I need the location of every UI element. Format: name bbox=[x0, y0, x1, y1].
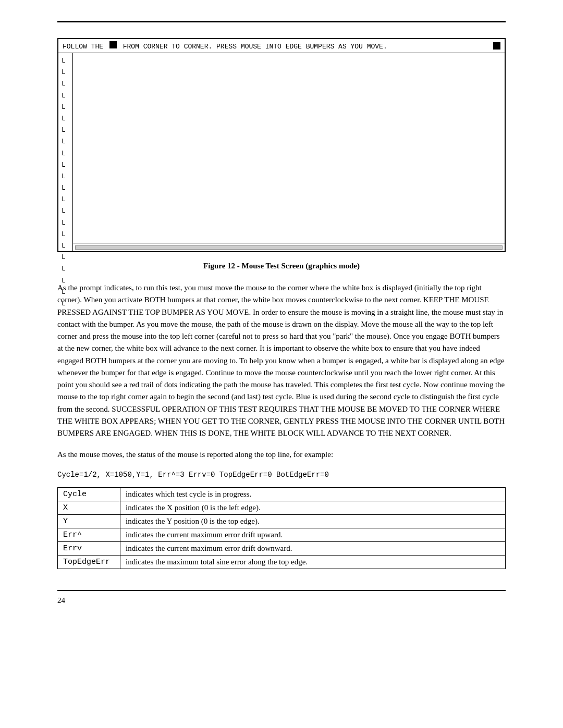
l-column: LLLLLLLLLLLLLLLLLLLLLL bbox=[58, 53, 73, 251]
term-cell: Errv bbox=[58, 541, 120, 555]
definitions-table: Cycleindicates which test cycle is in pr… bbox=[57, 487, 506, 569]
table-row: Errvindicates the current maximum error … bbox=[58, 541, 506, 555]
body-paragraph: As the prompt indicates, to run this tes… bbox=[57, 282, 506, 439]
l-item: L bbox=[58, 55, 72, 67]
definition-cell: indicates the current maximum error drif… bbox=[120, 541, 506, 555]
figure-caption: Figure 12 - Mouse Test Screen (graphics … bbox=[57, 262, 506, 270]
l-item: L bbox=[58, 194, 72, 205]
l-item: L bbox=[58, 113, 72, 125]
status-intro: As the mouse moves, the status of the mo… bbox=[57, 449, 506, 461]
l-item: L bbox=[58, 136, 72, 147]
l-item: L bbox=[58, 298, 72, 310]
l-item: L bbox=[58, 275, 72, 287]
l-item: L bbox=[58, 171, 72, 182]
table-row: Cycleindicates which test cycle is in pr… bbox=[58, 487, 506, 501]
bottom-rule bbox=[57, 590, 506, 591]
screen-top-bar: FOLLOW THE FROM CORNER TO CORNER. PRESS … bbox=[58, 39, 505, 53]
definition-cell: indicates the X position (0 is the left … bbox=[120, 501, 506, 514]
scrollbar-bottom[interactable] bbox=[73, 243, 505, 251]
l-item: L bbox=[58, 229, 72, 240]
l-item: L bbox=[58, 148, 72, 159]
mouse-test-screen: FOLLOW THE FROM CORNER TO CORNER. PRESS … bbox=[57, 38, 506, 252]
l-item: L bbox=[58, 240, 72, 252]
l-item: L bbox=[58, 263, 72, 275]
term-cell: Err^ bbox=[58, 528, 120, 541]
l-item: L bbox=[58, 182, 72, 194]
l-item: L bbox=[58, 287, 72, 298]
l-item: L bbox=[58, 67, 72, 78]
corner-indicator-square bbox=[493, 42, 500, 50]
l-item: L bbox=[58, 217, 72, 229]
l-item: L bbox=[58, 102, 72, 113]
screen-prompt-text: FOLLOW THE FROM CORNER TO CORNER. PRESS … bbox=[63, 41, 493, 51]
l-item: L bbox=[58, 125, 72, 136]
l-item: L bbox=[58, 78, 72, 90]
term-cell: TopEdgeErr bbox=[58, 555, 120, 569]
scrollbar-track[interactable] bbox=[75, 245, 503, 250]
l-item: L bbox=[58, 159, 72, 171]
definition-cell: indicates the Y position (0 is the top e… bbox=[120, 514, 506, 528]
status-example: Cycle=1/2, X=1050,Y=1, Err^=3 Errv=0 Top… bbox=[57, 471, 506, 479]
black-square-icon bbox=[109, 41, 117, 48]
table-row: TopEdgeErrindicates the maximum total si… bbox=[58, 555, 506, 569]
definition-cell: indicates which test cycle is in progres… bbox=[120, 487, 506, 501]
term-cell: X bbox=[58, 501, 120, 514]
screen-inner bbox=[73, 53, 505, 251]
table-row: Yindicates the Y position (0 is the top … bbox=[58, 514, 506, 528]
top-rule bbox=[57, 21, 506, 22]
term-cell: Cycle bbox=[58, 487, 120, 501]
l-item: L bbox=[58, 90, 72, 102]
table-row: Err^indicates the current maximum error … bbox=[58, 528, 506, 541]
definition-cell: indicates the maximum total sine error a… bbox=[120, 555, 506, 569]
l-item: L bbox=[58, 252, 72, 263]
table-row: Xindicates the X position (0 is the left… bbox=[58, 501, 506, 514]
l-item: L bbox=[58, 205, 72, 217]
page-number: 24 bbox=[57, 596, 506, 605]
screen-body: LLLLLLLLLLLLLLLLLLLLLL bbox=[58, 53, 505, 251]
definition-cell: indicates the current maximum error drif… bbox=[120, 528, 506, 541]
term-cell: Y bbox=[58, 514, 120, 528]
